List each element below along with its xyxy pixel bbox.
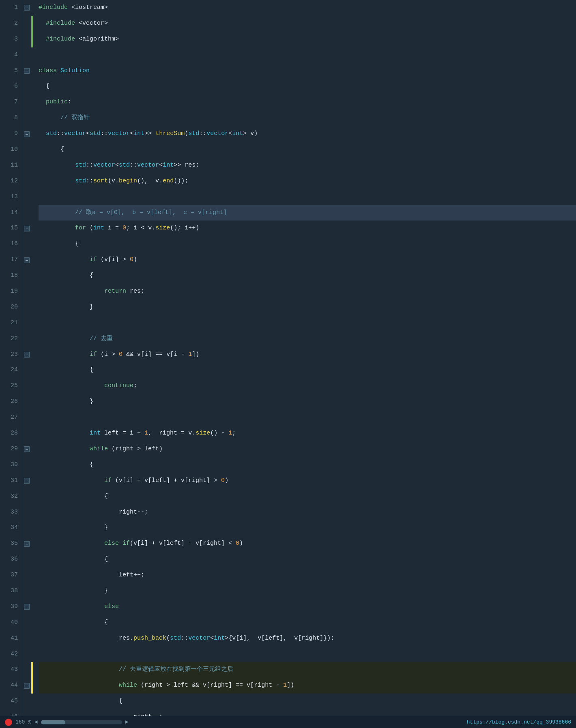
code-line-4 — [39, 47, 576, 63]
line-number-18: 18 — [0, 268, 18, 284]
code-content-45: { — [39, 694, 123, 709]
fold-cell-31[interactable]: − — [22, 473, 31, 489]
line-number-30: 30 — [0, 457, 18, 473]
code-content-8: // 双指针 — [39, 110, 90, 126]
code-line-8: // 双指针 — [39, 110, 576, 126]
code-content-3: #include <algorithm> — [39, 32, 119, 47]
code-line-13 — [39, 189, 576, 205]
code-content-2: #include <vector> — [39, 16, 108, 32]
fold-cell-20 — [22, 300, 31, 315]
line-number-16: 16 — [0, 236, 18, 252]
line-number-37: 37 — [0, 567, 18, 583]
line-number-17: 17 — [0, 252, 18, 268]
line-number-42: 42 — [0, 647, 18, 662]
code-content-46: right--; — [39, 709, 163, 716]
code-line-28: int left = i + 1, right = v.size() - 1; — [39, 426, 576, 441]
code-line-25: continue; — [39, 378, 576, 394]
fold-cell-16 — [22, 236, 31, 252]
line-number-35: 35 — [0, 536, 18, 552]
main-content: 1234567891011121314151617181920212223242… — [0, 0, 576, 716]
line-number-46: 46 — [0, 709, 18, 716]
code-content-23: if (i > 0 && v[i] == v[i - 1]) — [39, 347, 199, 363]
line-number-1: 1 — [0, 0, 18, 16]
code-content-30: { — [39, 457, 93, 473]
fold-cell-26 — [22, 394, 31, 410]
line-number-22: 22 — [0, 331, 18, 347]
code-line-36: { — [39, 552, 576, 567]
code-content-19: return res; — [39, 284, 144, 300]
zoom-level[interactable]: 160 % — [15, 719, 31, 725]
line-number-31: 31 — [0, 473, 18, 489]
line-number-44: 44 — [0, 678, 18, 694]
fold-cell-34 — [22, 520, 31, 536]
fold-cell-5[interactable]: − — [22, 63, 31, 79]
code-content-1: #include <iostream> — [39, 0, 108, 16]
code-line-11: std::vector<std::vector<int>> res; — [39, 158, 576, 173]
line-number-6: 6 — [0, 79, 18, 94]
fold-cell-10 — [22, 142, 31, 158]
scroll-left[interactable]: ◄ — [34, 719, 38, 725]
line-number-4: 4 — [0, 47, 18, 63]
scrollbar-thumb[interactable] — [41, 720, 65, 724]
fold-cell-17[interactable]: − — [22, 252, 31, 268]
code-content-39: else — [39, 599, 119, 615]
fold-cell-27 — [22, 410, 31, 426]
code-line-1: #include <iostream> — [39, 0, 576, 16]
fold-cell-15[interactable]: − — [22, 221, 31, 236]
code-content-32: { — [39, 489, 108, 505]
code-content-44: while (right > left && v[right] == v[rig… — [39, 678, 294, 694]
code-line-3: #include <algorithm> — [39, 32, 576, 47]
fold-cell-7 — [22, 94, 31, 110]
fold-cell-35[interactable]: − — [22, 536, 31, 552]
fold-cell-41 — [22, 631, 31, 647]
code-line-17: if (v[i] > 0) — [39, 252, 576, 268]
url-link[interactable]: https://blog.csdn.net/qq_39938666 — [467, 719, 571, 725]
fold-gutter[interactable]: −−−−−−−−−−− — [22, 0, 31, 716]
breakpoint-indicator — [5, 719, 12, 726]
fold-cell-6 — [22, 79, 31, 94]
fold-cell-4 — [22, 47, 31, 63]
code-line-6: { — [39, 79, 576, 94]
line-number-21: 21 — [0, 315, 18, 331]
line-number-29: 29 — [0, 441, 18, 457]
line-number-32: 32 — [0, 489, 18, 505]
code-line-32: { — [39, 489, 576, 505]
fold-cell-44[interactable]: − — [22, 678, 31, 694]
code-line-24: { — [39, 362, 576, 378]
scroll-right[interactable]: ► — [125, 719, 129, 725]
line-number-7: 7 — [0, 94, 18, 110]
fold-cell-2 — [22, 16, 31, 32]
line-number-2: 2 — [0, 16, 18, 32]
fold-cell-45 — [22, 694, 31, 709]
fold-cell-1[interactable]: − — [22, 0, 31, 16]
code-line-27 — [39, 410, 576, 426]
fold-cell-33 — [22, 505, 31, 520]
code-line-26: } — [39, 394, 576, 410]
code-line-43: // 去重逻辑应放在找到第一个三元组之后 — [39, 662, 576, 678]
code-line-23: if (i > 0 && v[i] == v[i - 1]) — [39, 347, 576, 363]
code-line-34: } — [39, 520, 576, 536]
line-number-8: 8 — [0, 110, 18, 126]
code-content-12: std::sort(v.begin(), v.end()); — [39, 173, 188, 189]
fold-cell-29[interactable]: − — [22, 441, 31, 457]
fold-cell-21 — [22, 315, 31, 331]
code-line-14: // 取a = v[0], b = v[left], c = v[right] — [39, 205, 576, 221]
code-content-36: { — [39, 552, 108, 567]
code-line-29: while (right > left) — [39, 441, 576, 457]
fold-cell-9[interactable]: − — [22, 126, 31, 142]
fold-cell-23[interactable]: − — [22, 347, 31, 363]
line-number-36: 36 — [0, 552, 18, 567]
code-line-18: { — [39, 268, 576, 284]
code-content-40: { — [39, 615, 108, 631]
scrollbar[interactable] — [41, 720, 122, 724]
code-content-28: int left = i + 1, right = v.size() - 1; — [39, 426, 236, 441]
code-content-24: { — [39, 362, 93, 378]
fold-cell-22 — [22, 331, 31, 347]
code-content-16: { — [39, 236, 79, 252]
code-content-14: // 取a = v[0], b = v[left], c = v[right] — [39, 205, 227, 221]
fold-cell-39[interactable]: − — [22, 599, 31, 615]
fold-cell-12 — [22, 173, 31, 189]
fold-cell-36 — [22, 552, 31, 567]
code-line-37: left++; — [39, 567, 576, 583]
code-content-15: for (int i = 0; i < v.size(); i++) — [39, 221, 199, 236]
